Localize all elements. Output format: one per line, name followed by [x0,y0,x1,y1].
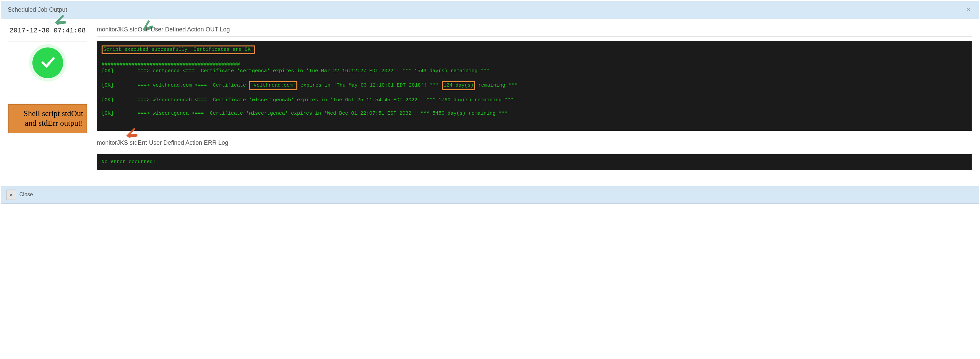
output-panel: monitorJKS stdOut: User Defined Action O… [97,25,972,179]
dialog-title: Scheduled Job Output [8,6,67,13]
console-line-part: remaining *** [475,83,517,88]
console-line: No error occurred! [102,159,156,165]
highlight-days: 124 day(s) [442,81,475,90]
close-button[interactable]: Close [19,191,33,198]
console-line-part: [OK] ===> volthread.com <=== Certificate [102,83,249,88]
footer-x-button[interactable]: × [6,190,16,200]
dialog-titlebar: Scheduled Job Output × [1,1,979,19]
console-line: [OK] ===> wlscertgenca <=== Certificate … [102,111,508,116]
stdout-console: Script executed successfully! Certificat… [97,41,972,131]
divider [97,150,972,150]
titlebar-close-icon[interactable]: × [965,6,972,14]
console-line: ########################################… [102,62,240,67]
console-line: [OK] ===> wlscertgencab <=== Certificate… [102,97,514,103]
stdout-title: monitorJKS stdOut: User Defined Action O… [97,26,972,33]
divider [8,41,87,41]
console-line-part: expires in 'Thu May 03 12:10:01 EDT 2018… [298,83,442,88]
dialog-body: 2017-12-30 07:41:08 Shell script stdOut … [1,19,979,186]
stdout-banner: Script executed successfully! Certificat… [102,45,255,54]
highlight-certname: 'volthread.com' [249,81,298,90]
run-timestamp: 2017-12-30 07:41:08 [8,25,87,38]
dialog-footer: × Close [1,186,979,203]
stderr-console: No error occurred! [97,154,972,170]
divider [97,37,972,37]
sidebar: 2017-12-30 07:41:08 Shell script stdOut … [8,25,87,179]
console-line: [OK] ===> certgenca <=== Certificate 'ce… [102,68,490,74]
job-output-dialog: Scheduled Job Output × 2017-12-30 07:41:… [1,1,979,204]
annotation-callout: Shell script stdOut and stdErr output! [8,104,87,133]
stderr-title: monitorJKS stdErr: User Defined Action E… [97,139,972,147]
success-status-icon [32,48,63,78]
